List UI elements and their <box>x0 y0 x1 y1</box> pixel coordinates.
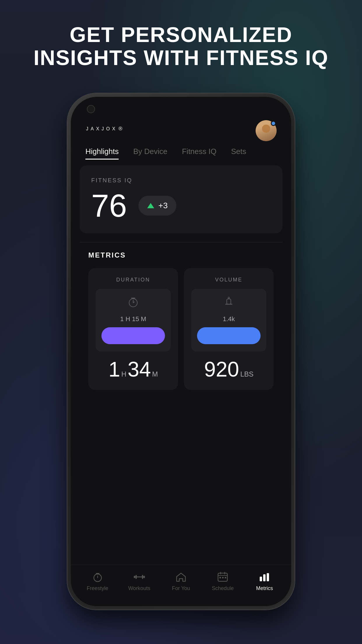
svg-point-8 <box>228 297 230 299</box>
calendar-icon <box>217 571 229 583</box>
chart-icon <box>258 571 270 583</box>
volume-unit: LBS <box>240 370 253 378</box>
arrow-up-icon <box>147 203 154 208</box>
metric-card-volume: VOLUME 1.4k <box>184 268 274 390</box>
volume-current: 1.4k <box>223 315 235 323</box>
phone-mockup: JAXJOX® Highlights By Device <box>67 93 295 610</box>
volume-value: 920 LBS <box>191 357 266 381</box>
volume-visual: 1.4k <box>191 289 266 351</box>
home-icon <box>175 571 187 583</box>
svg-rect-26 <box>263 574 266 581</box>
svg-rect-22 <box>219 577 221 578</box>
fitness-iq-badge: +3 <box>138 196 176 216</box>
svg-rect-15 <box>143 576 145 578</box>
metrics-grid: DURATION <box>80 268 282 390</box>
nav-label-schedule: Schedule <box>212 585 234 592</box>
svg-rect-14 <box>134 576 135 578</box>
bottom-nav: Freestyle Workouts <box>71 565 291 606</box>
tab-fitness-iq[interactable]: Fitness IQ <box>182 147 216 160</box>
nav-item-for-you[interactable]: For You <box>160 571 202 592</box>
tab-by-device[interactable]: By Device <box>133 147 167 160</box>
tab-sets[interactable]: Sets <box>231 147 246 160</box>
fitness-iq-score: 76 <box>91 190 127 222</box>
nav-label-workouts: Workouts <box>128 585 150 592</box>
app-header: JAXJOX® <box>71 97 291 147</box>
duration-current: 1 H 15 M <box>120 315 146 323</box>
nav-label-for-you: For You <box>172 585 190 592</box>
duration-minutes: 34 <box>128 357 151 381</box>
volume-icon <box>223 296 235 311</box>
fitness-iq-label: FITNESS IQ <box>91 177 271 184</box>
fitness-iq-row: 76 +3 <box>91 190 271 222</box>
svg-rect-27 <box>267 573 269 581</box>
avatar-notification-dot <box>271 121 276 126</box>
fitness-iq-change: +3 <box>158 201 168 210</box>
duration-m-label: M <box>152 370 158 378</box>
nav-item-workouts[interactable]: Workouts <box>118 571 160 592</box>
svg-rect-23 <box>222 577 224 578</box>
volume-bar <box>197 327 261 344</box>
nav-item-freestyle[interactable]: Freestyle <box>77 571 118 592</box>
fitness-iq-card: FITNESS IQ 76 +3 <box>80 165 282 233</box>
duration-title: DURATION <box>96 277 171 283</box>
duration-h-label: H <box>121 370 126 378</box>
duration-hours: 1 <box>108 357 120 381</box>
main-content: FITNESS IQ 76 +3 METRICS <box>71 165 291 565</box>
duration-bar <box>101 327 165 344</box>
metric-card-duration: DURATION <box>88 268 178 390</box>
phone-outer-shell: JAXJOX® Highlights By Device <box>67 93 295 610</box>
duration-visual: 1 H 15 M <box>96 289 171 351</box>
phone-screen: JAXJOX® Highlights By Device <box>71 97 291 606</box>
nav-item-schedule[interactable]: Schedule <box>202 571 244 592</box>
svg-rect-5 <box>227 299 231 304</box>
camera-hole <box>87 105 95 113</box>
nav-item-metrics[interactable]: Metrics <box>244 571 285 592</box>
duration-icon <box>127 296 139 311</box>
tab-bar: Highlights By Device Fitness IQ Sets <box>71 147 291 160</box>
stopwatch-icon <box>92 571 104 583</box>
page-headline: GET PERSONALIZED INSIGHTS WITH FITNESS I… <box>0 23 362 69</box>
svg-rect-17 <box>142 575 143 579</box>
section-divider <box>80 242 282 242</box>
phone-inner-shell: JAXJOX® Highlights By Device <box>71 97 291 606</box>
svg-rect-16 <box>136 575 137 579</box>
volume-title: VOLUME <box>191 277 266 283</box>
volume-number: 920 <box>204 357 239 381</box>
tab-highlights[interactable]: Highlights <box>85 147 119 160</box>
duration-value: 1 H 34 M <box>96 357 171 381</box>
svg-rect-25 <box>260 577 262 581</box>
svg-rect-24 <box>225 577 226 578</box>
metrics-section-label: METRICS <box>80 251 282 259</box>
barbell-icon <box>133 571 145 583</box>
app-logo: JAXJOX® <box>85 125 125 137</box>
avatar-container[interactable] <box>256 120 277 141</box>
nav-label-freestyle: Freestyle <box>87 585 108 592</box>
nav-label-metrics: Metrics <box>256 585 273 592</box>
